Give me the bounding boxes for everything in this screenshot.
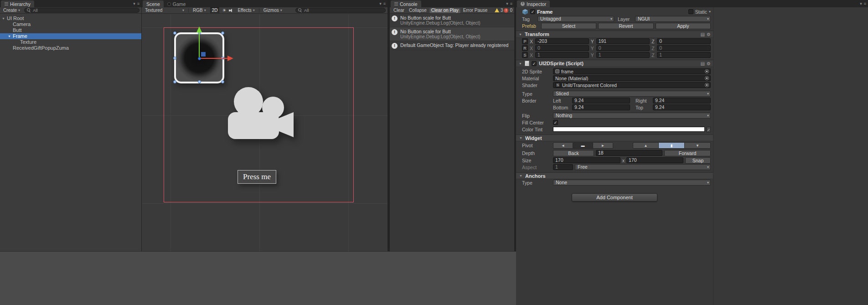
tag-dropdown[interactable]: Untagged	[537, 16, 614, 22]
foldout-icon[interactable]: ▼	[518, 62, 522, 65]
shading-mode-dropdown[interactable]: Textured ▾	[144, 7, 186, 14]
gizmos-dropdown[interactable]: Gizmos ▾	[262, 7, 284, 14]
error-count-toggle[interactable]: 0	[504, 7, 512, 14]
object-picker-icon[interactable]	[705, 83, 709, 87]
position-z-field[interactable]: 0	[657, 38, 711, 44]
panel-dropdown-icon[interactable]: ▾	[379, 1, 382, 6]
foldout-icon[interactable]: ▼	[7, 33, 11, 39]
press-me-button-sprite[interactable]: Press me	[238, 170, 276, 184]
size-height-field[interactable]: 170	[626, 157, 683, 163]
rotation-x-field[interactable]: 0	[535, 45, 589, 51]
panel-dropdown-icon[interactable]: ▾	[506, 1, 508, 6]
hierarchy-item-butt[interactable]: Butt	[0, 27, 141, 33]
border-bottom-field[interactable]: 9.24	[572, 104, 630, 110]
depth-value-field[interactable]: 18	[596, 150, 662, 156]
render-mode-dropdown[interactable]: RGB ▾	[191, 7, 207, 14]
panel-menu-icon[interactable]: ≡	[137, 1, 140, 6]
material-object-field[interactable]: None (Material)	[553, 75, 711, 81]
gizmo-y-axis-arrow[interactable]	[199, 32, 200, 58]
position-reset-chip[interactable]: P	[522, 38, 528, 44]
prefab-select-button[interactable]: Select	[541, 23, 596, 29]
selection-handle[interactable]	[173, 31, 176, 35]
effects-dropdown[interactable]: Effects ▾	[236, 7, 256, 14]
hierarchy-item-ui-root[interactable]: ▼ UI Root	[0, 16, 141, 21]
scene-search-input[interactable]: All	[295, 8, 386, 13]
scene-audio-icon[interactable]	[229, 8, 233, 13]
ui2dsprite-header[interactable]: ▼ ✓ UI2DSprite (Script) ▤ ⚙	[516, 60, 713, 67]
color-tint-swatch[interactable]	[553, 127, 705, 132]
pivot-vcenter-button[interactable]: ▮	[659, 142, 685, 149]
scale-z-field[interactable]: 1	[657, 52, 711, 58]
clear-on-play-toggle[interactable]: Clear on Play	[429, 8, 460, 13]
anchors-section-header[interactable]: ▼ Anchors	[516, 172, 713, 179]
pivot-bottom-button[interactable]: ▼	[685, 142, 711, 149]
tab-console[interactable]: Console	[391, 0, 421, 7]
tab-hierarchy[interactable]: Hierarchy	[1, 0, 34, 7]
panel-menu-icon[interactable]: ≡	[510, 1, 512, 6]
object-picker-icon[interactable]	[705, 69, 709, 73]
gameobject-active-checkbox[interactable]: ✓	[530, 9, 535, 14]
scene-lighting-icon[interactable]: ☀	[222, 8, 226, 13]
scene-viewport[interactable]: Press me	[142, 14, 388, 251]
scale-x-field[interactable]: 1	[535, 52, 589, 58]
depth-back-button[interactable]: Back	[553, 150, 594, 156]
add-component-button[interactable]: Add Component	[572, 193, 657, 202]
scale-reset-chip[interactable]: S	[522, 52, 528, 58]
warning-count-toggle[interactable]: 3	[495, 7, 503, 14]
foldout-icon[interactable]: ▼	[519, 136, 523, 140]
clear-button[interactable]: Clear	[392, 8, 406, 13]
foldout-icon[interactable]: ▼	[1, 16, 5, 21]
hierarchy-item-camera[interactable]: Camera	[0, 21, 141, 27]
scale-y-field[interactable]: 1	[596, 52, 650, 58]
gizmo-plane-handle[interactable]	[201, 52, 206, 57]
error-pause-toggle[interactable]: Error Pause	[461, 8, 489, 13]
gear-icon[interactable]: ⚙	[707, 61, 711, 66]
hierarchy-item-texture[interactable]: Texture	[0, 39, 141, 45]
depth-forward-button[interactable]: Forward	[664, 150, 711, 156]
tab-game[interactable]: Game	[164, 0, 190, 7]
component-enabled-checkbox[interactable]: ✓	[532, 61, 537, 66]
transform-header[interactable]: ▼ Transform ▤ ⚙	[516, 31, 713, 38]
gizmo-x-axis-arrowhead[interactable]	[227, 56, 233, 61]
widget-section-header[interactable]: ▼ Widget	[516, 134, 713, 141]
2d-toggle-button[interactable]: 2D	[210, 7, 220, 14]
foldout-icon[interactable]: ▼	[518, 33, 522, 36]
hierarchy-item-frame[interactable]: ▼ Frame	[0, 33, 141, 39]
gameobject-name-field[interactable]: Frame	[537, 9, 553, 15]
panel-dropdown-icon[interactable]: ▾	[133, 1, 135, 6]
sprite-object-field[interactable]: frame	[553, 68, 711, 74]
collapse-toggle[interactable]: Collapse	[407, 8, 429, 13]
panel-menu-icon[interactable]: ≡	[864, 1, 866, 6]
fill-center-checkbox[interactable]: ✓	[553, 120, 558, 125]
pivot-hcenter-button[interactable]: ▬	[573, 142, 593, 149]
pivot-left-button[interactable]: ◄	[553, 142, 573, 149]
gizmo-x-axis-arrow[interactable]	[199, 58, 227, 59]
aspect-value-field[interactable]: 1	[553, 164, 573, 170]
size-width-field[interactable]: 170	[553, 157, 620, 163]
border-top-field[interactable]: 9.24	[653, 104, 711, 110]
eyedropper-icon[interactable]	[707, 127, 711, 132]
gear-icon[interactable]: ⚙	[707, 32, 711, 37]
tab-scene[interactable]: Scene	[143, 0, 164, 7]
position-y-field[interactable]: 191	[596, 38, 650, 44]
position-x-field[interactable]: -203	[535, 38, 589, 44]
rotation-y-field[interactable]: 0	[596, 45, 650, 51]
rotation-z-field[interactable]: 0	[657, 45, 711, 51]
shader-object-field[interactable]: S Unlit/Transparent Colored	[553, 82, 711, 88]
gizmo-center-handle[interactable]	[198, 57, 201, 60]
log-entry[interactable]: Default GameObject Tag: Player already r…	[390, 41, 514, 50]
static-checkbox[interactable]	[688, 9, 693, 14]
selection-handle[interactable]	[221, 31, 224, 35]
border-right-field[interactable]: 9.24	[653, 98, 711, 103]
log-entry[interactable]: No Button scale for Butt UnityEngine.Deb…	[390, 14, 514, 27]
help-book-icon[interactable]: ▤	[701, 61, 705, 66]
selection-handle[interactable]	[173, 80, 176, 83]
object-picker-icon[interactable]	[705, 76, 709, 80]
tab-inspector[interactable]: Inspector	[517, 0, 550, 7]
prefab-revert-button[interactable]: Revert	[598, 23, 653, 29]
hierarchy-search-input[interactable]: All	[24, 8, 140, 13]
snap-button[interactable]: Snap	[685, 157, 711, 164]
layer-dropdown[interactable]: NGUI	[635, 16, 711, 22]
selection-handle[interactable]	[221, 80, 224, 83]
selection-handle[interactable]	[173, 57, 176, 60]
